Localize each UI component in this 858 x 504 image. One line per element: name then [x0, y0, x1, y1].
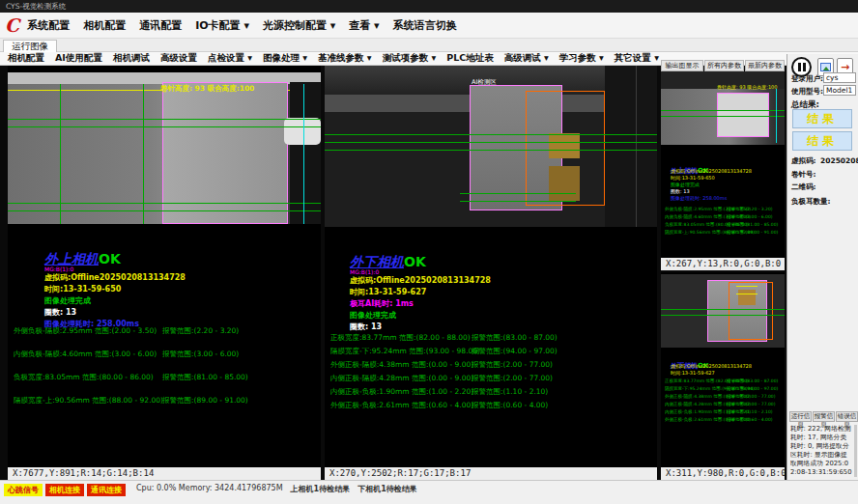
middle-barcode: 虚拟码:Offline2025020813134728 [350, 275, 491, 286]
measurement-row: 负极宽度:83.05mm 范围:(80.00 - 86.00) 报警范围:(81… [8, 373, 321, 382]
measurement-row: 内侧负极-隔膜:4.60mm 范围:(3.00 - 6.00) 报警范围:(3.… [661, 214, 785, 220]
image-right-dark [605, 66, 657, 227]
tool-image-process[interactable]: 图像处理 ▾ [263, 52, 307, 65]
left-time: 时间:13-31-59-650 [44, 284, 121, 294]
measure-value: 正极宽度:83.77mm 范围:(82.00 - 88.00) [330, 333, 471, 343]
menu-system-config[interactable]: 系统配置 [27, 18, 70, 33]
measurement-row: 隔膜宽度-上:90.56mm 范围:(88.00 - 92.00) 报警范围:(… [661, 230, 785, 236]
log-tab-run-info[interactable]: 运行信息 [789, 411, 812, 422]
tab-bar: 运行图像 [0, 39, 858, 52]
left-camera-view[interactable]: 卷针高度: 93 吸合高度:100 外上相机OK MG:B(1):0 虚拟码:O… [8, 66, 321, 480]
measurement-row: 内侧正极-隔膜:4.28mm 范围:(0.00 - 9.00) 报警范围:(2.… [661, 402, 785, 407]
middle-camera-view[interactable]: AI检测区 外下相机OK MG:B(1):0 虚拟码:Offline202502… [325, 66, 657, 480]
mini-bottom-image[interactable] [661, 274, 785, 348]
tool-camera-debug[interactable]: 相机调试 [113, 52, 150, 65]
log-tab-error-info[interactable]: 错误信息 [836, 411, 858, 422]
tool-other-settings[interactable]: 其它设置 ▾ [615, 52, 659, 65]
menu-language-switch[interactable]: 系统语言切换 [393, 18, 457, 33]
left-ok-badge: OK [99, 251, 121, 266]
middle-pixel-coords: X:270,Y:2502;R:17;G:17;B:17 [325, 467, 657, 480]
tool-spot-check[interactable]: 点检设置 ▾ [208, 52, 252, 65]
measurement-row: 负极宽度:83.05mm 范围:(80.00 - 86.00) 报警范围:(81… [661, 222, 785, 228]
measurement-row: 外侧负极-隔膜:2.95mm 范围:(2.00 - 3.50) 报警范围:(2.… [661, 207, 785, 212]
menu-view[interactable]: 查看 ▾ [349, 18, 379, 33]
result-badge-top: 结果 [792, 109, 852, 128]
left-camera-name: 外上相机 [44, 251, 99, 266]
mini-top-camera-view[interactable]: 卷针高度: 93 吸合高度:100 外上相机OK 虚拟码:Offline2025… [661, 71, 785, 270]
mini-top-image[interactable]: 卷针高度: 93 吸合高度:100 [661, 71, 785, 145]
alarm-range: 报警范围:(0.60 - 4.00) [472, 401, 548, 410]
measurement-row: 内侧正极-负极:1.90mm 范围:(1.00 - 2.20) 报警范围:(1.… [325, 387, 657, 397]
login-user-value[interactable]: cys [823, 72, 856, 83]
mini-tab-output-image[interactable]: 输出图显示 [661, 60, 703, 71]
left-turns: 圈数: 13 [44, 307, 76, 318]
model-label: 使用型号: [791, 87, 823, 97]
machine-edge-line [636, 66, 637, 227]
alarm-range: 报警范围:(94.00 - 97.00) [727, 386, 778, 391]
alarm-range: 报警范围:(89.00 - 91.00) [727, 230, 778, 235]
left-camera-image[interactable]: 卷针高度: 93 吸合高度:100 [8, 72, 321, 224]
pause-icon [803, 63, 806, 71]
gripper-part [284, 118, 321, 145]
measure-value: 内侧正极-隔膜:4.28mm 范围:(0.00 - 9.00) [330, 374, 473, 383]
yellow-marker [736, 294, 758, 294]
negative-tab-count-label: 负极耳数量: [791, 197, 831, 207]
middle-turns: 圈数: 13 [350, 322, 382, 332]
mini-barcode: 虚拟码:Offline2025020813134728 [671, 363, 752, 369]
middle-ng-info: MG:B(1):0 [350, 268, 379, 275]
alarm-range: 报警范围:(2.20 - 3.20) [162, 326, 239, 336]
export-arrow-icon: → [841, 62, 849, 72]
cell-roll-region [717, 93, 769, 137]
mini-time: 时间:13-31-59-650 [671, 175, 715, 181]
alarm-range: 报警范围:(2.00 - 77.00) [727, 402, 775, 406]
tool-plc-address[interactable]: PLC地址表 [446, 52, 494, 65]
menu-io-config[interactable]: IO卡配置 ▾ [195, 18, 249, 33]
green-guide-hline [8, 210, 321, 211]
mini-elapsed: 图像处理耗时: 258.00ms [671, 195, 727, 201]
middle-camera-name: 外下相机 [350, 254, 404, 269]
tab-run-image[interactable]: 运行图像 [3, 40, 57, 52]
mini-bottom-camera-view[interactable]: 外下相机OK 虚拟码:Offline2025020813134728 时间:13… [661, 272, 785, 480]
tool-camera-config[interactable]: 相机配置 [8, 52, 44, 65]
green-guide-hline [325, 134, 657, 135]
yellow-marker [736, 286, 758, 287]
app-logo-icon: C [5, 14, 19, 37]
mini-bottom-pixel-coords: X:311,Y:980,R:0,G:0,B:0 [661, 467, 785, 480]
mini-tab-all-params[interactable]: 所有内参数 [704, 60, 744, 71]
tool-test-params[interactable]: 测试项参数 ▾ [383, 52, 437, 65]
result-badge-bottom: 结果 [792, 131, 852, 151]
measurement-row: 外侧负极-隔膜:2.95mm 范围:(2.00 - 3.50) 报警范围:(2.… [8, 326, 321, 336]
comm-link-badge: 通讯连接 [87, 484, 126, 496]
log-tab-alarm-info[interactable]: 报警信息 [813, 411, 835, 422]
alarm-range: 报警范围:(2.20 - 3.20) [727, 207, 773, 211]
needle-height-overlay: 卷针高度: 93 吸合高度:100 [160, 84, 254, 94]
model-value[interactable]: Model1 [823, 85, 856, 96]
tool-ai-config[interactable]: AI使用配置 [55, 52, 102, 65]
cyan-guide-vline [776, 89, 777, 143]
tool-advanced-settings[interactable]: 高级设置 [160, 52, 197, 65]
green-guide-hline [8, 203, 321, 204]
middle-camera-image[interactable]: AI检测区 [325, 66, 657, 227]
tab-foil-part [549, 166, 580, 201]
mini-tab-latest-params[interactable]: 最新内参数 [745, 60, 785, 71]
menu-comm-config[interactable]: 通讯配置 [139, 18, 182, 33]
tab-foil-part [738, 290, 756, 305]
alarm-range: 报警范围:(94.00 - 97.00) [472, 347, 558, 356]
measurement-row: 内侧负极-隔膜:4.60mm 范围:(3.00 - 6.00) 报警范围:(3.… [8, 350, 321, 359]
green-guide-hline [325, 142, 657, 143]
middle-ok-badge: OK [404, 254, 426, 269]
menu-camera-config[interactable]: 相机配置 [83, 18, 126, 33]
menu-light-config[interactable]: 光源控制配置 ▾ [263, 18, 335, 33]
tool-learn-params[interactable]: 学习参数 ▾ [559, 52, 604, 65]
app-window: CYS-视觉检测系统 C 系统配置 相机配置 通讯配置 IO卡配置 ▾ 光源控制… [0, 0, 858, 504]
mini-time: 时间:13-31-59-627 [671, 370, 715, 376]
log-scrollbar[interactable] [854, 425, 857, 477]
tool-advanced-debug[interactable]: 高级调试 ▾ [504, 52, 549, 65]
window-title: CYS-视觉检测系统 [6, 2, 66, 11]
alarm-range: 报警范围:(81.00 - 85.00) [727, 222, 778, 227]
tool-baseline-params[interactable]: 基准线参数 ▾ [318, 52, 372, 65]
mini-top-pixel-coords: X:267,Y:13,R:0,G:0,B:0 [661, 258, 785, 270]
pause-icon [798, 63, 801, 71]
needle-height-overlay: 卷针高度: 93 吸合高度:100 [717, 84, 777, 90]
cpu-memory-status: Cpu: 0.0% Memory: 3424.41796875M [136, 484, 283, 492]
